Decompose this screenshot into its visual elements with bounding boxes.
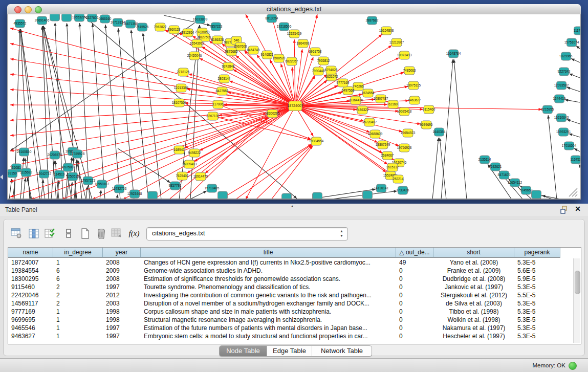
table-row[interactable]: 911546021997Tourette syndrome. Phenomeno…: [8, 283, 581, 291]
select-columns-icon[interactable]: [43, 227, 57, 240]
graph-node-label: 9857791: [169, 184, 182, 187]
table-row[interactable]: 969969511998Structural magnetic resonanc…: [8, 316, 581, 324]
resize-grip-icon[interactable]: [567, 186, 579, 198]
delete-table-icon[interactable]: [110, 227, 123, 240]
show-column-icon[interactable]: [27, 227, 40, 240]
cell-short: Dudbridge et al. (2008): [433, 275, 514, 283]
window-titlebar[interactable]: citations_edges.txt: [7, 4, 581, 15]
graph-node-label: 8912954: [182, 31, 194, 34]
graph-node-label: 9242848: [222, 64, 235, 68]
graph-edge-arrow-icon: [579, 164, 580, 168]
graph-edge-arrow-icon: [388, 46, 392, 49]
panel-resize-handle-icon[interactable]: ▴: [291, 204, 293, 208]
graph-edge-arrow-icon: [384, 161, 388, 164]
table-row[interactable]: 1938455462009Genome-wide association stu…: [8, 267, 581, 275]
delete-icon[interactable]: [95, 227, 108, 240]
cell-pagerank: 5.9E-5: [514, 275, 560, 283]
cell-name: 22420046: [8, 291, 53, 299]
column-header-out_de[interactable]: △ out_de...: [396, 248, 433, 258]
cell-out_de: 0: [396, 275, 433, 283]
graph-node[interactable]: [363, 191, 373, 199]
cell-pagerank: 5.3E-5: [514, 332, 560, 340]
cell-in_degree: 1: [53, 308, 103, 316]
table-row[interactable]: 1456911722003Disruption of a novel membe…: [8, 299, 581, 308]
function-builder-icon[interactable]: f(x): [127, 227, 141, 240]
graph-node-label: 35081: [12, 166, 21, 169]
graph-edge-arrow-icon: [10, 89, 14, 91]
cell-year: 1997: [103, 324, 141, 332]
graph-node-label: 10958107: [95, 182, 110, 186]
graph-node-label: 7990448: [312, 69, 325, 73]
graph-edge-arrow-icon: [311, 133, 314, 137]
graph-node-label: 12213967: [389, 40, 404, 44]
graph-node[interactable]: [62, 14, 72, 21]
cell-short: Yano et al. (2008): [433, 258, 514, 267]
graph-node[interactable]: [532, 190, 541, 199]
table-selector-dropdown[interactable]: citations_edges.txt ▲▼: [146, 227, 348, 240]
graph-node-label: 252214: [393, 177, 404, 181]
graph-node[interactable]: [218, 191, 228, 199]
table-row[interactable]: 977716911998Corpus callosum shape and si…: [8, 308, 581, 316]
memory-status-led-icon[interactable]: [569, 362, 577, 370]
graph-edge-arrow-icon: [167, 180, 170, 183]
column-header-short[interactable]: short: [433, 248, 514, 258]
scrollbar-thumb[interactable]: [575, 271, 580, 294]
cell-short: Wolkin et al. (1998): [433, 316, 514, 324]
graph-node-label: 10025418: [397, 110, 412, 113]
graph-node-label: 16099483: [182, 162, 197, 166]
network-canvas[interactable]: 1872400779638228960128891295423226058982…: [7, 14, 581, 200]
cell-pagerank: 5.3E-5: [514, 258, 560, 267]
table-mode-icon[interactable]: [10, 227, 23, 240]
table-scrollbar[interactable]: [573, 258, 580, 343]
cell-in_degree: 2: [53, 283, 103, 291]
cell-in_degree: 1: [53, 258, 103, 267]
graph-node-label: 8267130: [207, 114, 220, 118]
graph-node-label: 20691406: [35, 18, 50, 22]
graph-node[interactable]: [282, 193, 292, 199]
cell-pagerank: 5.6E-5: [514, 267, 560, 275]
column-header-pagerank[interactable]: pagerank: [514, 248, 560, 258]
column-header-title[interactable]: title: [141, 248, 396, 258]
window-title: citations_edges.txt: [7, 5, 581, 13]
column-header-year[interactable]: year: [103, 248, 141, 258]
close-panel-icon[interactable]: ✕: [575, 205, 581, 213]
graph-node[interactable]: [313, 192, 322, 199]
cell-name: 9777169: [8, 308, 53, 316]
table-row[interactable]: 1872400712008Changes of HCN gene express…: [8, 258, 581, 267]
graph-edge-arrow-icon: [187, 170, 190, 173]
tab-network-table[interactable]: Network Table: [312, 346, 372, 356]
table-row[interactable]: 946554611997Estimation of the future num…: [8, 324, 581, 332]
graph-node-label: 6822057: [286, 59, 298, 63]
graph-node[interactable]: [50, 14, 60, 21]
graph-node-label: 6497568: [342, 89, 355, 92]
panel-collapse-icon[interactable]: [0, 174, 3, 180]
column-header-name[interactable]: name: [8, 248, 53, 258]
cell-out_de: 49: [396, 258, 433, 267]
network-graph[interactable]: 1872400779638228960128891295423226058982…: [8, 14, 580, 199]
graph-node-label: 15718485: [205, 186, 220, 190]
cell-out_de: 0: [396, 324, 433, 332]
table-row[interactable]: 946362711997Embryonic stem cells: a mode…: [8, 332, 581, 340]
graph-node-label: 1527602: [86, 16, 99, 19]
new-file-icon[interactable]: [78, 227, 92, 240]
float-panel-icon[interactable]: [560, 206, 569, 214]
graph-edge-arrow-icon: [24, 178, 26, 182]
graph-node-label: 114519: [54, 172, 65, 176]
tab-edge-table[interactable]: Edge Table: [267, 346, 312, 356]
graph-node[interactable]: [148, 191, 158, 199]
tab-node-table[interactable]: Node Table: [220, 346, 267, 356]
graph-node-label: 7515526: [136, 25, 149, 29]
graph-node-label: 1640354: [433, 130, 446, 134]
cell-title: Corpus callosum shape and size in male p…: [141, 308, 396, 316]
graph-node-label: 14136141: [374, 186, 389, 190]
row-height-icon[interactable]: [62, 227, 75, 240]
graph-node-label: 4935572: [14, 21, 27, 25]
column-header-in_degree[interactable]: in_degree: [53, 248, 103, 258]
graph-edge-arrow-icon: [43, 26, 46, 30]
table-row[interactable]: 2242004622012Investigating the contribut…: [8, 291, 581, 299]
graph-edge-arrow-icon: [66, 23, 68, 27]
graph-edge: [123, 108, 291, 199]
cell-in_degree: 2: [53, 299, 103, 308]
graph-edge-arrow-icon: [24, 158, 27, 161]
table-row[interactable]: 1830029562008Estimation of significance …: [8, 275, 581, 283]
